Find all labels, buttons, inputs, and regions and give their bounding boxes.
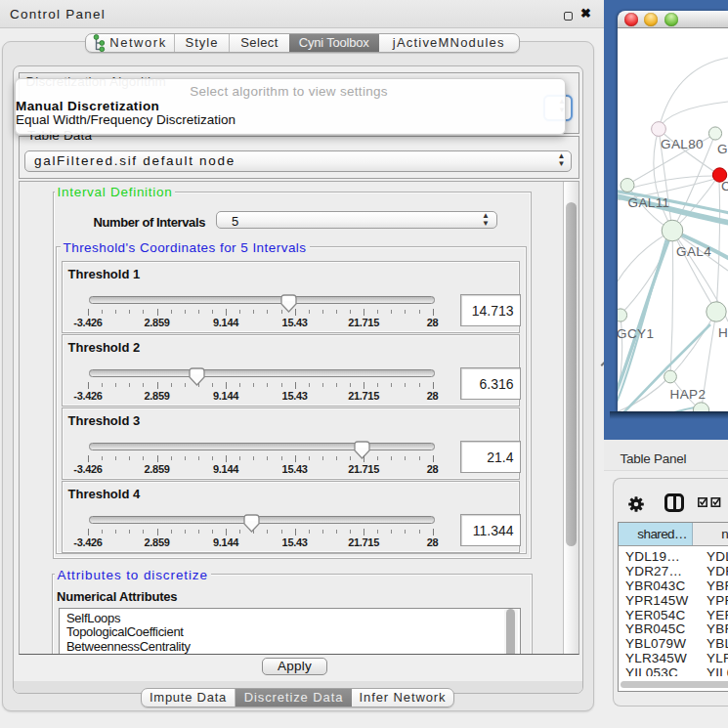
svg-text:GAL80: GAL80 [661, 136, 704, 150]
svg-text:GAL4: GAL4 [676, 244, 711, 259]
svg-text:HAP2: HAP2 [670, 387, 707, 402]
svg-text:G…: G… [717, 142, 728, 156]
svg-text:GAL11: GAL11 [628, 195, 670, 210]
svg-text:H: H [718, 325, 728, 340]
svg-text:C: C [721, 179, 728, 193]
svg-text:GCY1: GCY1 [618, 325, 654, 340]
